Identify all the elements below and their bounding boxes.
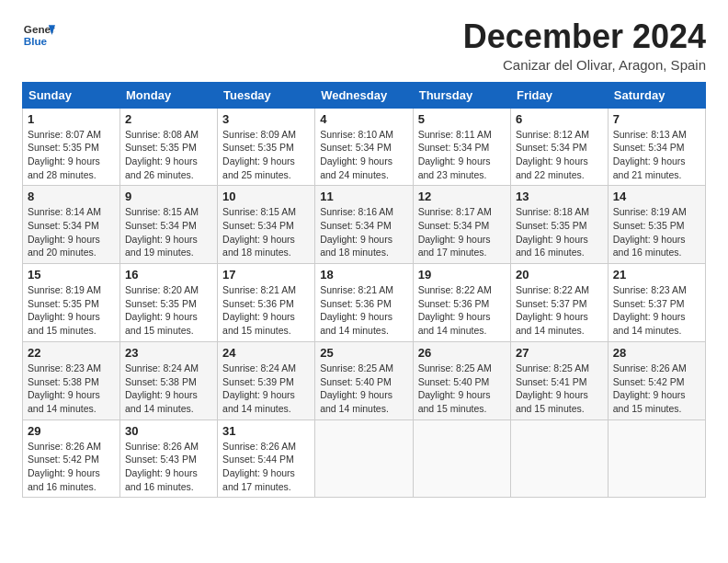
day-number: 13 — [516, 190, 603, 203]
table-row: 16 Sunrise: 8:20 AM Sunset: 5:35 PM Dayl… — [120, 264, 218, 342]
day-number: 12 — [418, 190, 506, 203]
day-number: 19 — [418, 268, 506, 282]
header-saturday: Saturday — [608, 82, 705, 108]
day-detail: Sunrise: 8:25 AM Sunset: 5:40 PM Dayligh… — [320, 362, 408, 416]
day-detail: Sunrise: 8:22 AM Sunset: 5:37 PM Dayligh… — [516, 283, 603, 338]
day-number: 16 — [125, 268, 212, 282]
header-thursday: Thursday — [413, 82, 510, 108]
table-row: 7 Sunrise: 8:13 AM Sunset: 5:34 PM Dayli… — [608, 108, 705, 186]
table-row: 12 Sunrise: 8:17 AM Sunset: 5:34 PM Dayl… — [413, 186, 510, 264]
table-row: 15 Sunrise: 8:19 AM Sunset: 5:35 PM Dayl… — [23, 264, 120, 342]
calendar-week-row: 29 Sunrise: 8:26 AM Sunset: 5:42 PM Dayl… — [23, 419, 706, 498]
location-subtitle: Canizar del Olivar, Aragon, Spain — [463, 57, 706, 73]
table-row: 1 Sunrise: 8:07 AM Sunset: 5:35 PM Dayli… — [23, 108, 120, 186]
day-number: 25 — [320, 346, 408, 360]
day-number: 23 — [125, 346, 212, 360]
table-row: 24 Sunrise: 8:24 AM Sunset: 5:39 PM Dayl… — [218, 341, 315, 419]
svg-text:Blue: Blue — [24, 35, 48, 47]
table-row: 31 Sunrise: 8:26 AM Sunset: 5:44 PM Dayl… — [218, 419, 315, 498]
day-detail: Sunrise: 8:08 AM Sunset: 5:35 PM Dayligh… — [125, 128, 212, 182]
day-number: 11 — [320, 190, 408, 203]
table-row: 17 Sunrise: 8:21 AM Sunset: 5:36 PM Dayl… — [218, 264, 315, 342]
day-detail: Sunrise: 8:11 AM Sunset: 5:34 PM Dayligh… — [418, 128, 506, 182]
table-row: 26 Sunrise: 8:25 AM Sunset: 5:40 PM Dayl… — [413, 341, 510, 419]
day-detail: Sunrise: 8:15 AM Sunset: 5:34 PM Dayligh… — [222, 205, 310, 259]
table-row: 6 Sunrise: 8:12 AM Sunset: 5:34 PM Dayli… — [510, 108, 608, 186]
table-row: 13 Sunrise: 8:18 AM Sunset: 5:35 PM Dayl… — [510, 186, 608, 264]
table-row: 11 Sunrise: 8:16 AM Sunset: 5:34 PM Dayl… — [315, 186, 414, 264]
day-number: 8 — [28, 190, 115, 203]
day-number: 28 — [613, 346, 700, 360]
table-row: 5 Sunrise: 8:11 AM Sunset: 5:34 PM Dayli… — [413, 108, 510, 186]
table-row: 27 Sunrise: 8:25 AM Sunset: 5:41 PM Dayl… — [510, 341, 608, 419]
day-detail: Sunrise: 8:24 AM Sunset: 5:38 PM Dayligh… — [125, 362, 212, 416]
day-detail: Sunrise: 8:07 AM Sunset: 5:35 PM Dayligh… — [28, 128, 115, 182]
calendar-table: Sunday Monday Tuesday Wednesday Thursday… — [22, 82, 706, 499]
calendar-week-row: 8 Sunrise: 8:14 AM Sunset: 5:34 PM Dayli… — [23, 186, 706, 264]
header-tuesday: Tuesday — [218, 82, 315, 108]
day-detail: Sunrise: 8:26 AM Sunset: 5:42 PM Dayligh… — [28, 440, 115, 494]
day-detail: Sunrise: 8:26 AM Sunset: 5:44 PM Dayligh… — [222, 440, 310, 494]
day-detail: Sunrise: 8:25 AM Sunset: 5:41 PM Dayligh… — [516, 362, 603, 416]
day-number: 20 — [516, 268, 603, 282]
calendar-week-row: 15 Sunrise: 8:19 AM Sunset: 5:35 PM Dayl… — [23, 264, 706, 342]
header-wednesday: Wednesday — [315, 82, 414, 108]
day-number: 4 — [320, 112, 408, 126]
table-row: 2 Sunrise: 8:08 AM Sunset: 5:35 PM Dayli… — [120, 108, 218, 186]
day-detail: Sunrise: 8:19 AM Sunset: 5:35 PM Dayligh… — [28, 283, 115, 338]
day-number: 29 — [28, 424, 115, 438]
month-title: December 2024 — [463, 18, 706, 55]
day-number: 27 — [516, 346, 603, 360]
day-detail: Sunrise: 8:23 AM Sunset: 5:37 PM Dayligh… — [613, 283, 700, 338]
day-detail: Sunrise: 8:24 AM Sunset: 5:39 PM Dayligh… — [222, 362, 310, 416]
table-row: 19 Sunrise: 8:22 AM Sunset: 5:36 PM Dayl… — [413, 264, 510, 342]
header-friday: Friday — [510, 82, 608, 108]
logo-icon: General Blue — [22, 18, 55, 52]
table-row: 10 Sunrise: 8:15 AM Sunset: 5:34 PM Dayl… — [218, 186, 315, 264]
day-number: 18 — [320, 268, 408, 282]
table-row: 22 Sunrise: 8:23 AM Sunset: 5:38 PM Dayl… — [23, 341, 120, 419]
day-detail: Sunrise: 8:09 AM Sunset: 5:35 PM Dayligh… — [222, 128, 310, 182]
table-row: 23 Sunrise: 8:24 AM Sunset: 5:38 PM Dayl… — [120, 341, 218, 419]
day-detail: Sunrise: 8:12 AM Sunset: 5:34 PM Dayligh… — [516, 128, 603, 182]
day-number: 10 — [222, 190, 310, 203]
day-number: 1 — [28, 112, 115, 126]
day-number: 3 — [222, 112, 310, 126]
day-detail: Sunrise: 8:14 AM Sunset: 5:34 PM Dayligh… — [28, 205, 115, 259]
day-detail: Sunrise: 8:15 AM Sunset: 5:34 PM Dayligh… — [125, 205, 212, 259]
day-number: 22 — [28, 346, 115, 360]
table-row: 20 Sunrise: 8:22 AM Sunset: 5:37 PM Dayl… — [510, 264, 608, 342]
day-number: 15 — [28, 268, 115, 282]
day-number: 5 — [418, 112, 506, 126]
day-detail: Sunrise: 8:17 AM Sunset: 5:34 PM Dayligh… — [418, 205, 506, 259]
day-number: 17 — [222, 268, 310, 282]
calendar-header-row: Sunday Monday Tuesday Wednesday Thursday… — [23, 82, 706, 108]
day-detail: Sunrise: 8:26 AM Sunset: 5:42 PM Dayligh… — [613, 362, 700, 416]
table-row: 28 Sunrise: 8:26 AM Sunset: 5:42 PM Dayl… — [608, 341, 705, 419]
table-row — [315, 419, 414, 498]
day-number: 26 — [418, 346, 506, 360]
page-header: General Blue December 2024 Canizar del O… — [22, 18, 706, 73]
day-number: 24 — [222, 346, 310, 360]
day-number: 6 — [516, 112, 603, 126]
day-detail: Sunrise: 8:21 AM Sunset: 5:36 PM Dayligh… — [222, 283, 310, 338]
day-number: 2 — [125, 112, 212, 126]
title-area: December 2024 Canizar del Olivar, Aragon… — [463, 18, 706, 73]
day-detail: Sunrise: 8:26 AM Sunset: 5:43 PM Dayligh… — [125, 440, 212, 494]
day-detail: Sunrise: 8:25 AM Sunset: 5:40 PM Dayligh… — [418, 362, 506, 416]
table-row: 30 Sunrise: 8:26 AM Sunset: 5:43 PM Dayl… — [120, 419, 218, 498]
day-number: 30 — [125, 424, 212, 438]
day-detail: Sunrise: 8:18 AM Sunset: 5:35 PM Dayligh… — [516, 205, 603, 259]
table-row: 21 Sunrise: 8:23 AM Sunset: 5:37 PM Dayl… — [608, 264, 705, 342]
table-row: 8 Sunrise: 8:14 AM Sunset: 5:34 PM Dayli… — [23, 186, 120, 264]
day-detail: Sunrise: 8:21 AM Sunset: 5:36 PM Dayligh… — [320, 283, 408, 338]
day-detail: Sunrise: 8:22 AM Sunset: 5:36 PM Dayligh… — [418, 283, 506, 338]
header-monday: Monday — [120, 82, 218, 108]
day-detail: Sunrise: 8:16 AM Sunset: 5:34 PM Dayligh… — [320, 205, 408, 259]
table-row: 25 Sunrise: 8:25 AM Sunset: 5:40 PM Dayl… — [315, 341, 414, 419]
table-row: 29 Sunrise: 8:26 AM Sunset: 5:42 PM Dayl… — [23, 419, 120, 498]
calendar-week-row: 1 Sunrise: 8:07 AM Sunset: 5:35 PM Dayli… — [23, 108, 706, 186]
table-row — [510, 419, 608, 498]
calendar-week-row: 22 Sunrise: 8:23 AM Sunset: 5:38 PM Dayl… — [23, 341, 706, 419]
table-row: 18 Sunrise: 8:21 AM Sunset: 5:36 PM Dayl… — [315, 264, 414, 342]
